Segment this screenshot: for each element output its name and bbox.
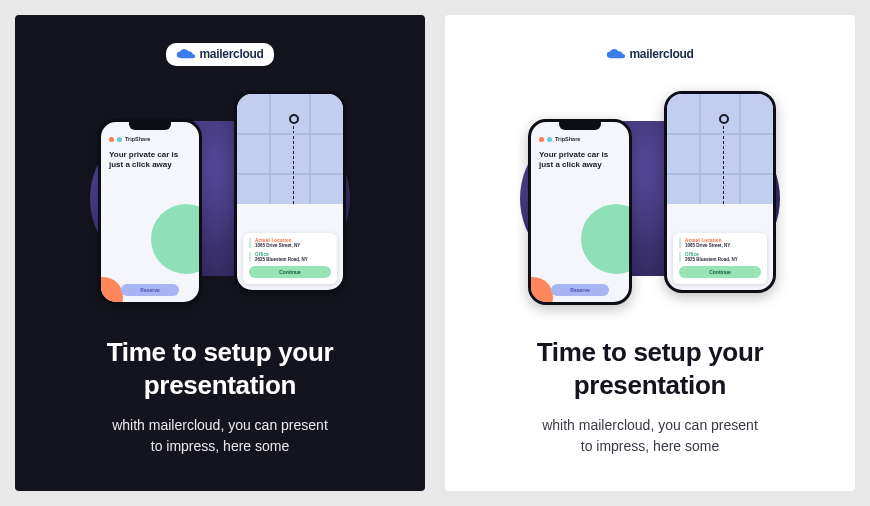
continue-label: Continue: [279, 269, 301, 275]
logo-dot-icon: [109, 137, 114, 142]
reserve-label: Reserve: [570, 287, 589, 293]
cloud-icon: [606, 48, 626, 60]
cloud-icon: [176, 48, 196, 60]
logo-dot-icon: [547, 137, 552, 142]
map-view: [237, 94, 343, 204]
email-headline: Time to setup your presentation: [537, 336, 764, 401]
dropoff-address: 2625 Bluestem Road, NY: [255, 257, 331, 262]
pickup-address: 1065 Drive Street, NY: [255, 243, 331, 248]
phone-mockup-welcome: TripShare Your private car is just a cli…: [528, 119, 632, 305]
app-logo: TripShare: [539, 136, 621, 142]
phone-mockup-map: Actual Location 1065 Drive Street, NY Of…: [234, 91, 346, 293]
hero-illustration: Actual Location 1065 Drive Street, NY Of…: [510, 91, 790, 306]
route-line: [293, 126, 295, 204]
brand-name: mailercloud: [199, 47, 263, 61]
logo-dot-icon: [117, 137, 122, 142]
continue-label: Continue: [709, 269, 731, 275]
brand-logo: mailercloud: [166, 43, 273, 66]
continue-button[interactable]: Continue: [679, 266, 761, 278]
reserve-button[interactable]: Reserve: [551, 284, 609, 296]
map-pin-icon: [719, 114, 729, 124]
map-pin-icon: [289, 114, 299, 124]
email-headline: Time to setup your presentation: [107, 336, 334, 401]
email-preview-light: mailercloud Actual Location 1065 Drive S…: [445, 15, 855, 491]
pickup-location: Actual Location 1065 Drive Street, NY: [249, 238, 331, 248]
location-sheet: Actual Location 1065 Drive Street, NY Of…: [243, 233, 337, 284]
app-headline: Your private car is just a click away: [539, 150, 609, 169]
route-line: [723, 126, 725, 204]
reserve-button[interactable]: Reserve: [121, 284, 179, 296]
map-view: [667, 94, 773, 204]
dropoff-location: Office 2625 Bluestem Road, NY: [679, 252, 761, 262]
hero-illustration: Actual Location 1065 Drive Street, NY Of…: [80, 91, 360, 306]
email-subheadline: whith mailercloud, you can present to im…: [112, 415, 328, 457]
app-logo: TripShare: [109, 136, 191, 142]
email-subheadline: whith mailercloud, you can present to im…: [542, 415, 758, 457]
brand-name: mailercloud: [629, 47, 693, 61]
pickup-address: 1065 Drive Street, NY: [685, 243, 761, 248]
brand-logo: mailercloud: [596, 43, 703, 66]
reserve-label: Reserve: [140, 287, 159, 293]
phone-mockup-welcome: TripShare Your private car is just a cli…: [98, 119, 202, 305]
logo-dot-icon: [539, 137, 544, 142]
email-preview-dark: mailercloud Actual Location 1065 Drive S…: [15, 15, 425, 491]
app-headline: Your private car is just a click away: [109, 150, 179, 169]
phone-notch: [559, 122, 601, 130]
continue-button[interactable]: Continue: [249, 266, 331, 278]
pickup-location: Actual Location 1065 Drive Street, NY: [679, 238, 761, 248]
dropoff-address: 2625 Bluestem Road, NY: [685, 257, 761, 262]
phone-mockup-map: Actual Location 1065 Drive Street, NY Of…: [664, 91, 776, 293]
phone-notch: [129, 122, 171, 130]
app-brand-name: TripShare: [125, 136, 150, 142]
location-sheet: Actual Location 1065 Drive Street, NY Of…: [673, 233, 767, 284]
app-brand-name: TripShare: [555, 136, 580, 142]
dropoff-location: Office 2625 Bluestem Road, NY: [249, 252, 331, 262]
